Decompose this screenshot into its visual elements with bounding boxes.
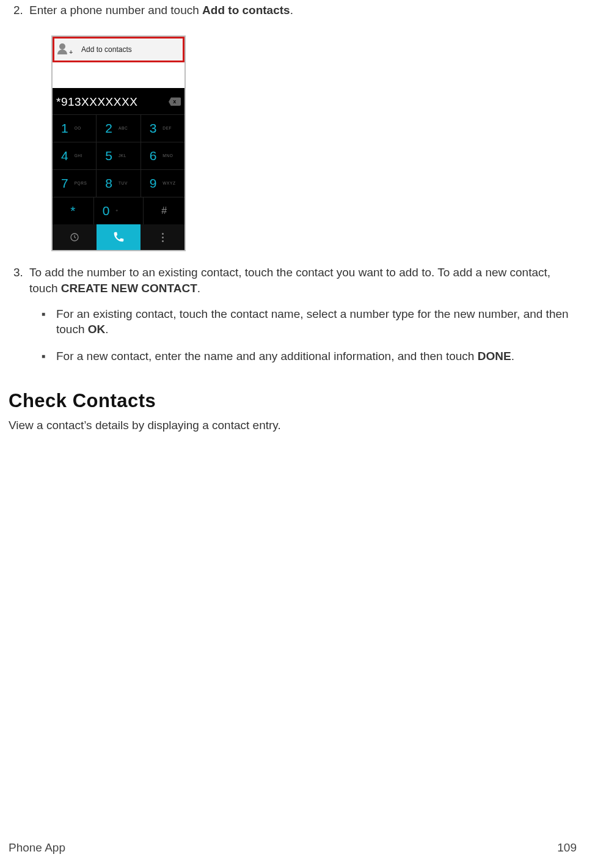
step-3: 3. To add the number to an existing cont… [9, 265, 577, 375]
call-button[interactable] [97, 224, 141, 250]
history-button[interactable] [53, 224, 97, 250]
key-5[interactable]: 5JKL [97, 142, 141, 169]
clock-icon [70, 232, 79, 242]
substep-new-contact: ■ For a new contact, enter the name and … [29, 348, 577, 364]
section-description: View a contact’s details by displaying a… [9, 417, 577, 433]
subtext-end: . [511, 350, 514, 362]
key-8[interactable]: 8TUV [97, 169, 141, 197]
sub-bold: DONE [478, 350, 511, 362]
subtext: For a new contact, enter the name and an… [56, 350, 478, 362]
phone-mock: + Add to contacts *913XXXXXXX x 1OO 2ABC [51, 35, 186, 252]
sub-bold: OK [88, 323, 106, 336]
bullet-square-icon: ■ [29, 306, 56, 337]
phone-icon [112, 230, 125, 244]
key-2[interactable]: 2ABC [97, 114, 141, 142]
key-6[interactable]: 6MNO [141, 142, 184, 169]
key-9[interactable]: 9WXYZ [141, 169, 184, 197]
bullet-square-icon: ■ [29, 348, 56, 364]
backspace-icon[interactable]: x [169, 97, 181, 106]
section-heading-check-contacts: Check Contacts [9, 388, 577, 414]
keypad: 1OO 2ABC 3DEF 4GHI 5JKL 6MNO 7PQRS 8TUV [53, 114, 184, 224]
add-contact-icon: + [58, 43, 70, 56]
dialer-bottom-bar [53, 224, 184, 250]
step-body: Enter a phone number and touch Add to co… [29, 2, 577, 18]
step-text: Enter a phone number and touch [29, 4, 202, 17]
dialed-number: *913XXXXXXX [56, 94, 137, 110]
blank-row [53, 62, 184, 88]
step-body: To add the number to an existing contact… [29, 265, 577, 375]
step-bold: CREATE NEW CONTACT [61, 282, 197, 295]
add-to-contacts-label: Add to contacts [81, 45, 132, 54]
footer-left: Phone App [9, 840, 65, 856]
page-footer: Phone App 109 [9, 840, 577, 856]
footer-page-number: 109 [557, 840, 577, 856]
key-7[interactable]: 7PQRS [53, 169, 97, 197]
figure-phone-dialer: + Add to contacts *913XXXXXXX x 1OO 2ABC [51, 35, 577, 252]
key-4[interactable]: 4GHI [53, 142, 97, 169]
step-text-end: . [290, 4, 293, 17]
page-content: 2. Enter a phone number and touch Add to… [9, 0, 577, 433]
key-3[interactable]: 3DEF [141, 114, 184, 142]
key-0[interactable]: 0+ [94, 197, 144, 224]
step-bold: Add to contacts [202, 4, 290, 17]
key-1[interactable]: 1OO [53, 114, 97, 142]
step-text-end: . [197, 282, 200, 295]
step-number: 3. [9, 265, 29, 375]
dialed-number-display: *913XXXXXXX x [53, 88, 184, 115]
key-star[interactable]: * [53, 197, 94, 224]
step-2: 2. Enter a phone number and touch Add to… [9, 2, 577, 18]
subtext-end: . [105, 323, 108, 336]
key-hash[interactable]: # [144, 197, 184, 224]
subtext: For an existing contact, touch the conta… [56, 307, 569, 336]
overflow-icon [162, 233, 164, 242]
step-number: 2. [9, 2, 29, 18]
overflow-button[interactable] [141, 224, 184, 250]
add-to-contacts-bar[interactable]: + Add to contacts [53, 37, 184, 62]
substep-existing-contact: ■ For an existing contact, touch the con… [29, 306, 577, 337]
